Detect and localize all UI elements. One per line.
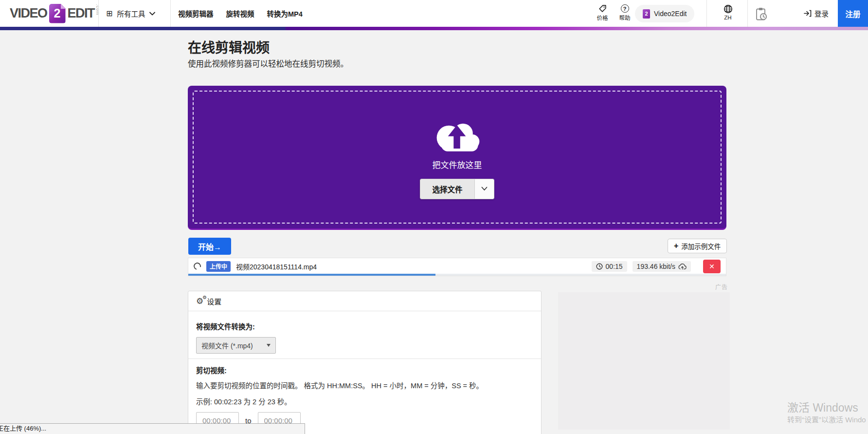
nav-gradient-bar xyxy=(0,27,868,30)
page-subtitle: 使用此视频修剪器可以轻松地在线剪切视频。 xyxy=(188,57,348,69)
tag-icon xyxy=(598,4,607,13)
nav-link-video-editor[interactable]: 视频剪辑器 xyxy=(178,8,214,19)
upload-elapsed-time: 00:15 xyxy=(606,263,623,270)
all-tools-menu[interactable]: ⊞ 所有工具 xyxy=(106,0,155,27)
cancel-upload-button[interactable]: ✕ xyxy=(703,260,721,273)
windows-watermark-line1: 激活 Windows xyxy=(787,398,858,415)
clipboard-clock-icon xyxy=(754,7,769,21)
gears-icon: ⚙⚙ xyxy=(196,296,203,306)
help-label: 帮助 xyxy=(619,14,631,21)
convert-to-label: 将视频文件转换为: xyxy=(196,321,533,331)
account-button[interactable]: 2 Video2Edit xyxy=(635,5,694,22)
upload-progress-track xyxy=(188,274,726,276)
login-label: 登录 xyxy=(814,8,829,19)
logo-video-text: VIDEO xyxy=(10,6,47,21)
ad-container: Microsoft Azure 广告 ✕ 通过自动化 机器学习加 快模型构建 免… xyxy=(558,292,730,430)
upload-time-pill: 00:15 xyxy=(592,261,627,272)
ad-area-label: 广告 xyxy=(696,283,728,291)
site-logo[interactable]: VIDEO 2 EDIT .com xyxy=(10,0,100,27)
nav-divider xyxy=(170,0,171,27)
logo-document-icon: 2 xyxy=(49,4,66,23)
dropzone-inner: 把文件放这里 选择文件 xyxy=(193,91,722,224)
plus-icon: + xyxy=(674,242,678,250)
grid-icon: ⊞ xyxy=(106,9,112,18)
browser-status-tooltip: 正在上传 (46%)... xyxy=(0,423,305,434)
cut-help-text: 输入要剪切视频的位置的时间戳。 格式为 HH:MM:SS。 HH = 小时，MM… xyxy=(196,380,533,390)
help-button[interactable]: ? 帮助 xyxy=(611,4,638,21)
nav-links: 视频剪辑器 旋转视频 转换为MP4 xyxy=(178,0,303,27)
file-dropzone[interactable]: 把文件放这里 选择文件 xyxy=(188,86,726,230)
chevron-down-icon xyxy=(481,187,488,191)
page-title: 在线剪辑视频 xyxy=(188,37,270,57)
upload-filename: 视频20230418151114.mp4 xyxy=(236,262,317,271)
nav-link-convert-mp4[interactable]: 转换为MP4 xyxy=(267,8,303,19)
upload-status-badge: 上传中 xyxy=(206,261,231,272)
all-tools-label: 所有工具 xyxy=(117,8,145,19)
settings-panel: ⚙⚙ 设置 将视频文件转换为: 视频文件 (*.mp4) 剪切视频: 输入要剪切… xyxy=(188,291,542,434)
pricing-label: 价格 xyxy=(597,14,608,21)
history-button[interactable] xyxy=(754,7,769,21)
top-navbar: VIDEO 2 EDIT .com ⊞ 所有工具 视频剪辑器 旋转视频 转换为M… xyxy=(0,0,868,27)
upload-cloud-small-icon xyxy=(678,263,687,270)
status-text: 正在上传 (46%)... xyxy=(0,424,46,434)
cut-video-label: 剪切视频: xyxy=(196,365,533,375)
drop-files-label: 把文件放这里 xyxy=(433,158,482,170)
language-label: ZH xyxy=(724,15,731,20)
start-button[interactable]: 开始→ xyxy=(188,238,231,255)
settings-title: 设置 xyxy=(207,296,221,306)
choose-file-dropdown[interactable] xyxy=(474,179,494,199)
select-caret-icon xyxy=(267,344,271,347)
help-icon: ? xyxy=(621,4,629,13)
output-format-select[interactable]: 视频文件 (*.mp4) xyxy=(196,337,276,354)
nav-divider xyxy=(747,0,748,27)
settings-header: ⚙⚙ 设置 xyxy=(188,291,541,311)
account-label: Video2Edit xyxy=(654,10,687,18)
clock-icon xyxy=(596,263,603,270)
spinner-icon xyxy=(192,261,202,271)
upload-speed: 193.46 kbit/s xyxy=(637,263,675,270)
output-format-value: 视频文件 (*.mp4) xyxy=(201,340,253,350)
register-button[interactable]: 注册 xyxy=(838,0,868,27)
nav-divider xyxy=(706,0,707,27)
choose-file-label[interactable]: 选择文件 xyxy=(420,179,474,199)
upload-item-row: 上传中 视频20230418151114.mp4 00:15 193.46 kb… xyxy=(188,258,726,276)
globe-icon xyxy=(723,4,733,14)
account-doc-icon: 2 xyxy=(643,9,650,19)
login-arrow-icon xyxy=(804,10,812,17)
upload-speed-pill: 193.46 kbit/s xyxy=(633,261,691,272)
language-switcher[interactable]: ZH xyxy=(714,4,741,20)
login-button[interactable]: 登录 xyxy=(804,0,829,27)
upload-progress-fill xyxy=(188,274,435,276)
add-sample-label: 添加示例文件 xyxy=(681,241,721,251)
panel-divider xyxy=(188,359,541,359)
nav-link-rotate-video[interactable]: 旋转视频 xyxy=(226,8,254,19)
logo-edit-text: EDIT xyxy=(68,6,95,21)
choose-file-button[interactable]: 选择文件 xyxy=(420,179,494,199)
windows-watermark-line2: 转到“设置”以激活 Windo xyxy=(787,414,866,424)
cut-example-text: 示例: 00:02:23 为 2 分 23 秒。 xyxy=(196,396,533,406)
chevron-down-icon xyxy=(149,12,155,16)
upload-cloud-icon xyxy=(431,115,484,153)
add-sample-file-button[interactable]: + 添加示例文件 xyxy=(668,239,727,253)
nav-divider xyxy=(98,0,99,27)
